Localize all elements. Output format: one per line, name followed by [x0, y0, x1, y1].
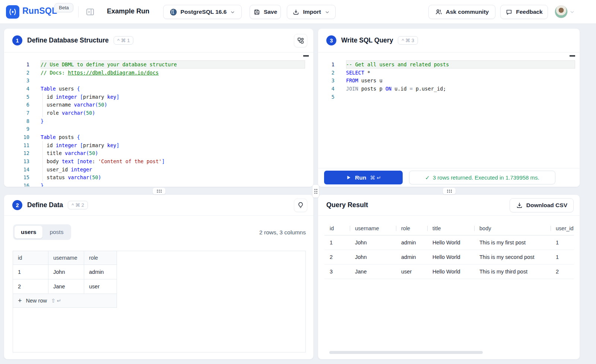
result-cell: 1: [324, 240, 350, 246]
table-summary: 2 rows, 3 columns: [259, 229, 306, 236]
panel-define-data: 2 Define Data ^ ⌘ 2 usersposts 2 rows, 3…: [4, 194, 314, 360]
shortcut-badge: ^ ⌘ 2: [68, 201, 88, 209]
query-result-table: idusernameroletitlebodyuser_id1Johnadmin…: [324, 221, 574, 279]
schema-diagram-button[interactable]: [294, 34, 307, 47]
chevron-down-icon: [230, 9, 235, 15]
line-number: 10: [4, 134, 29, 140]
tab-users[interactable]: users: [15, 226, 42, 238]
database-select[interactable]: PostgreSQL 16.6: [163, 5, 242, 19]
column-header: role: [84, 251, 117, 265]
download-csv-button[interactable]: Download CSV: [510, 198, 574, 212]
code-line: 1// Use DBML to define your database str…: [4, 60, 313, 69]
define-data-table: idusernamerole1Johnadmin2Janeuser+New ro…: [13, 251, 306, 352]
ask-community-button[interactable]: Ask community: [428, 5, 495, 19]
scroll-ruler-mark: [570, 55, 575, 57]
line-number: 6: [4, 102, 29, 108]
result-cell: 1: [551, 240, 574, 246]
avatar[interactable]: [555, 5, 568, 18]
result-cell: This is my second post: [474, 254, 551, 260]
result-cell: 1: [551, 254, 574, 260]
database-select-value: PostgreSQL 16.6: [181, 9, 227, 15]
code-line: 4JOIN posts p ON u.id = p.user_id;: [318, 85, 580, 93]
result-row: 2JohnadminHello WorldThis is my second p…: [324, 250, 574, 265]
save-button-label: Save: [264, 9, 277, 15]
cell[interactable]: 1: [13, 265, 48, 279]
panel3-header: 3 Write SQL Query ^ ⌘ 3: [318, 29, 580, 53]
code-line: 7 role varchar(50): [4, 109, 313, 117]
ask-community-label: Ask community: [446, 9, 489, 15]
import-tray-icon: [292, 9, 299, 16]
drag-handle-dots: [314, 189, 317, 194]
line-number: 5: [4, 94, 29, 100]
line-number: 5: [318, 94, 335, 100]
line-number: 11: [4, 142, 29, 148]
hint-button[interactable]: [294, 199, 307, 212]
result-cell: John: [350, 254, 396, 260]
row-resize-handle-right[interactable]: [443, 187, 456, 194]
result-column-header: title: [427, 221, 474, 235]
row-resize-handle-left[interactable]: [152, 187, 166, 194]
line-number: 4: [318, 86, 335, 92]
code-line: 3: [4, 76, 313, 85]
result-cell: This is my third post: [474, 269, 551, 275]
step-badge: 2: [12, 200, 22, 210]
line-number: 9: [4, 126, 29, 132]
code-line: 5 id integer [primary key]: [4, 93, 313, 101]
new-row-button[interactable]: +New row⇧ ↵: [13, 294, 117, 308]
line-number: 2: [4, 70, 29, 76]
result-column-header: user_id: [551, 221, 574, 235]
cell[interactable]: Jane: [48, 279, 84, 294]
cell[interactable]: 2: [13, 279, 48, 294]
panel3-title: Write SQL Query: [341, 37, 393, 44]
cell[interactable]: admin: [84, 265, 117, 279]
shortcut-badge: ^ ⌘ 3: [398, 36, 418, 45]
code-line: 2// Docs: https://dbml.dbdiagram.io/docs: [4, 69, 313, 77]
line-number: 7: [4, 110, 29, 116]
avatar-chevron-down-icon[interactable]: [569, 9, 575, 15]
panel-query-result: Query Result Download CSV idusernamerole…: [318, 194, 580, 360]
runsql-logo-icon: [6, 5, 19, 19]
line-number: 2: [318, 70, 335, 76]
column-resize-handle[interactable]: [312, 184, 319, 198]
code-line: 2SELECT *: [318, 69, 580, 77]
line-number: 1: [318, 61, 335, 67]
line-number: 15: [4, 174, 29, 180]
line-number: 13: [4, 158, 29, 164]
download-csv-label: Download CSV: [526, 202, 567, 209]
drag-handle-dots: [447, 189, 452, 193]
beta-badge: Beta: [54, 3, 73, 12]
download-icon: [516, 202, 523, 209]
run-button-label: Run: [355, 174, 366, 181]
code-line: 16}: [4, 181, 313, 187]
panel1-header: 1 Define Database Structure ^ ⌘ 1: [4, 29, 313, 53]
run-bar: Run ⌘ ↵ ✓ 3 rows returned. Executed in 1…: [318, 168, 580, 187]
result-row: 1JohnadminHello WorldThis is my first po…: [324, 235, 574, 250]
code-line: 9: [4, 125, 313, 133]
sidebar-toggle-button[interactable]: [86, 7, 95, 16]
result-cell: user: [396, 269, 427, 275]
page-title: Example Run: [107, 7, 149, 15]
feedback-button[interactable]: Feedback: [500, 5, 548, 19]
run-button[interactable]: Run ⌘ ↵: [324, 171, 403, 184]
result-cell: admin: [396, 240, 427, 246]
result-cell: admin: [396, 254, 427, 260]
drag-handle-dots: [156, 189, 162, 193]
import-button[interactable]: Import: [287, 5, 336, 19]
line-number: 14: [4, 167, 29, 172]
result-column-header: id: [324, 221, 350, 235]
result-cell: This is my first post: [474, 240, 551, 246]
code-line: 11 id integer [primary key]: [4, 141, 313, 149]
code-line: 13 body text [note: 'Content of the post…: [4, 157, 313, 165]
horizontal-scrollbar[interactable]: [329, 351, 483, 354]
line-number: 16: [4, 183, 29, 187]
cell[interactable]: user: [84, 279, 117, 294]
save-button[interactable]: Save: [250, 5, 281, 19]
dbml-editor[interactable]: 1// Use DBML to define your database str…: [4, 53, 313, 187]
cell[interactable]: John: [48, 265, 84, 279]
sql-editor[interactable]: 1-- Get all users and related posts2SELE…: [318, 53, 580, 101]
schema-workflow-icon: [297, 37, 304, 44]
column-header: id: [13, 251, 48, 265]
panel1-title: Define Database Structure: [27, 37, 109, 44]
column-header: username: [48, 251, 84, 265]
tab-posts[interactable]: posts: [43, 226, 70, 238]
